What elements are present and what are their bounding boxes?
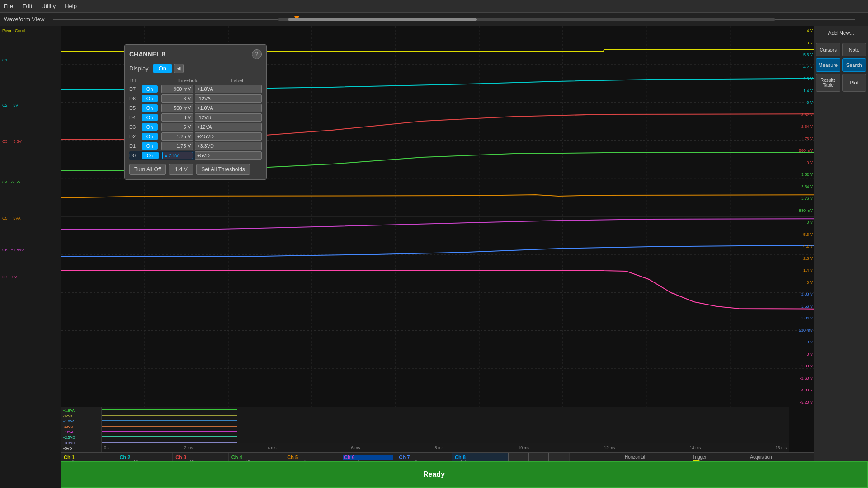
ds-label-5: +2.5VD [63,436,99,440]
menu-help[interactable]: Help [65,3,77,9]
ch7-id: Ch 7 [399,455,449,460]
d3-threshold[interactable] [161,123,193,131]
d7-threshold[interactable] [161,85,193,93]
display-on-button[interactable]: On [153,64,172,73]
d5-on-btn[interactable]: On [142,104,158,112]
results-table-btn[interactable]: ResultsTable [816,74,840,92]
d6-threshold[interactable] [161,94,193,103]
ready-btn[interactable]: Ready [0,461,868,488]
c4-label: C4 -2.5V [2,180,21,184]
ds-label-1: -12VA [63,414,99,418]
note-btn[interactable]: Note [842,43,867,56]
measure-btn[interactable]: Measure [816,58,840,72]
d4-threshold[interactable] [161,113,193,122]
trigger-title: Trigger [693,455,743,460]
d5-name: D5 [129,105,142,111]
bit-row-d5: D5 On [129,104,262,112]
turn-all-off-btn[interactable]: Turn All Off [129,164,166,175]
d0-threshold-active[interactable] [168,153,189,158]
d6-on-btn[interactable]: On [142,95,158,102]
d2-label[interactable] [195,132,262,141]
d1-label[interactable] [195,142,262,150]
time-1: 2 ms [184,446,193,450]
d0-on-btn[interactable]: On [142,152,158,159]
bit-row-d6: D6 On [129,94,262,103]
d1-threshold[interactable] [161,142,193,150]
time-4: 8 ms [434,446,443,450]
ds-label-2: +1.0VA [63,419,99,423]
d5-label[interactable] [195,104,262,112]
horizontal-title: Horizontal [625,455,685,460]
right-panel: Add New... Cursors Note Measure Search R… [814,26,868,488]
time-8: 16 ms [775,446,787,450]
d3-name: D3 [129,124,142,130]
ch1-left-label: Power Good [2,28,25,33]
bit-row-d0: D0 On ▲ [129,151,262,160]
menu-file[interactable]: File [4,3,13,9]
d2-name: D2 [129,134,142,139]
d7-name: D7 [129,86,142,92]
plot-btn[interactable]: Plot [842,74,867,92]
col-bit: Bit [130,78,143,83]
cursors-btn[interactable]: Cursors [816,43,840,56]
d2-on-btn[interactable]: On [142,133,158,140]
d0-name: D0 [129,153,142,158]
time-0: 0 s [104,446,109,450]
bit-row-d7: D7 On [129,85,262,93]
ch6-id: Ch 6 [343,455,393,460]
time-5: 10 ms [518,446,529,450]
d4-on-btn[interactable]: On [142,114,158,121]
c5-label: C5 +5VA [2,216,21,221]
ds-label-0: +1.8VA [63,408,99,413]
d7-on-btn[interactable]: On [142,85,158,93]
channel8-dialog: CHANNEL 8 ? Display On ◀ Bit Threshold L… [124,44,267,180]
menu-edit[interactable]: Edit [22,3,32,9]
d2-threshold[interactable] [161,132,193,141]
ds-label-6: +3.3VD [63,441,99,445]
ch8-id: Ch 8 [455,455,505,460]
ch8-dialog-title: CHANNEL 8 [129,51,165,58]
d7-label[interactable] [195,85,262,93]
time-7: 14 ms [690,446,701,450]
menu-utility[interactable]: Utility [41,3,56,9]
display-toggle[interactable]: ◀ [174,64,184,73]
d5-threshold[interactable] [161,104,193,112]
help-button[interactable]: ? [252,49,262,59]
ch3-id: Ch 3 [175,455,226,460]
display-label: Display [129,65,149,72]
c2-label: C2 +5V [2,103,18,108]
ch1-id: Ch 1 [64,455,114,460]
d0-arrow-icon: ▲ [164,153,169,158]
time-2: 4 ms [268,446,277,450]
footer-threshold-value: 1.4 V [169,164,193,175]
d4-name: D4 [129,115,142,120]
set-all-thresholds-btn[interactable]: Set All Thresholds [196,164,250,175]
vertical-scale: 4 V 0 V 5.6 V 4.2 V 2.8 V 1.4 V 0 V 3.52… [789,26,814,407]
d1-on-btn[interactable]: On [142,142,158,150]
d4-label[interactable] [195,113,262,122]
add-new-title: Add New... [816,30,866,39]
d1-name: D1 [129,143,142,149]
menu-bar: File Edit Utility Help [0,0,868,13]
search-btn[interactable]: Search [842,58,867,72]
ds-label-3: -12VB [63,425,99,429]
ds-label-4: +12VA [63,430,99,434]
ch4-id: Ch 4 [231,455,282,460]
c3-label: C3 +3.3V [2,139,22,144]
d3-label[interactable] [195,123,262,131]
bit-row-d2: D2 On [129,132,262,141]
time-axis: 0 s 2 ms 4 ms 6 ms 8 ms 10 ms 12 ms 14 m… [102,443,789,452]
waveform-view-title: Waveform View [4,16,44,23]
time-6: 12 ms [604,446,615,450]
bit-row-d3: D3 On [129,123,262,131]
time-3: 6 ms [351,446,360,450]
col-threshold: Threshold [164,78,212,83]
d6-label[interactable] [195,94,262,103]
c6-label: C6 +1.85V [2,248,24,252]
ch5-id: Ch 5 [287,455,337,460]
d0-label[interactable] [195,151,262,160]
ch2-id: Ch 2 [120,455,170,460]
ds-label-7: +5VD [63,446,99,450]
d3-on-btn[interactable]: On [142,123,158,131]
c7-label: C7 -5V [2,275,17,279]
